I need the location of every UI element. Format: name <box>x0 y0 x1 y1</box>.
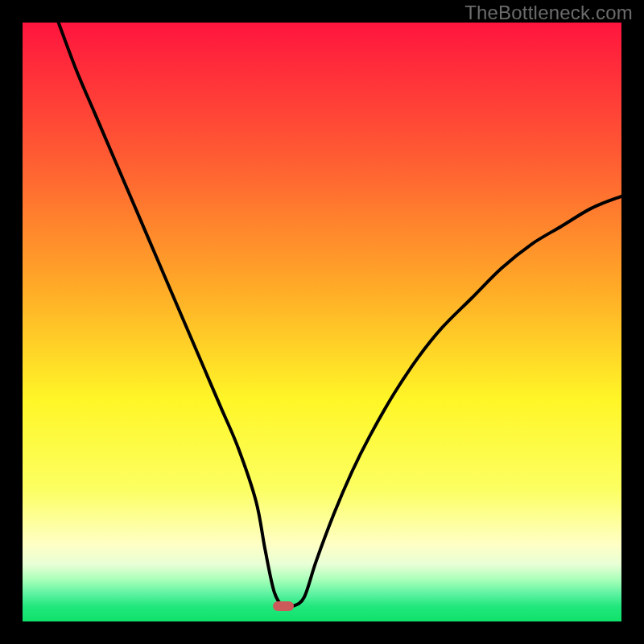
curve-layer <box>23 23 621 621</box>
bottleneck-curve <box>59 23 621 608</box>
watermark-text: TheBottleneck.com <box>464 2 633 24</box>
plot-area <box>23 23 621 621</box>
outer-frame: TheBottleneck.com <box>0 0 644 644</box>
optimal-point-marker <box>273 601 294 611</box>
